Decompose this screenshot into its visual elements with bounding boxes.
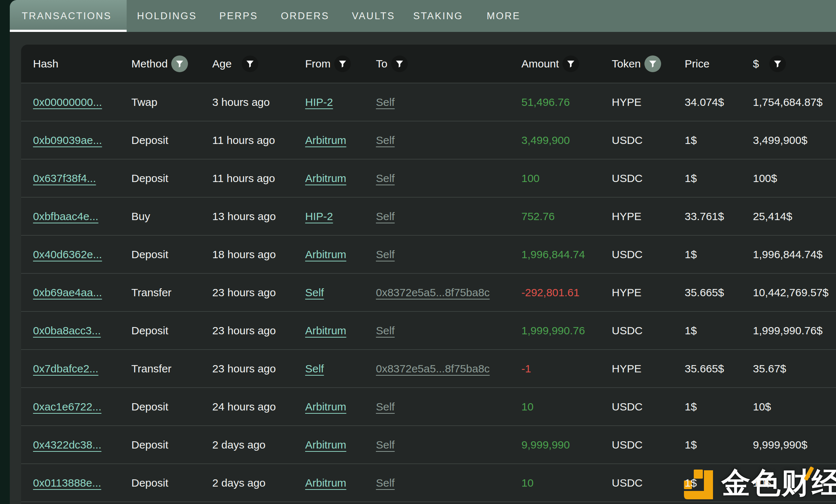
- token-cell: USDC: [612, 401, 685, 413]
- tab-label: STAKING: [413, 11, 463, 22]
- method-cell: Transfer: [131, 363, 212, 375]
- to-link[interactable]: Self: [376, 248, 395, 260]
- table-row: 0xb69ae4aa... Transfer 23 hours ago Self…: [21, 273, 836, 311]
- to-link[interactable]: Self: [376, 210, 395, 222]
- tab-perps[interactable]: PERPS: [197, 0, 258, 32]
- from-link[interactable]: Arbitrum: [305, 401, 346, 413]
- token-cell: USDC: [612, 439, 685, 451]
- price-cell: 1$: [685, 134, 753, 146]
- to-link[interactable]: Self: [376, 172, 395, 184]
- column-header-age: Age: [212, 55, 305, 72]
- tab-label: ORDERS: [281, 11, 329, 22]
- transactions-table: Hash Method Age From To Amount Token Pri…: [21, 45, 836, 504]
- token-cell: USDC: [612, 248, 685, 261]
- table-row: 0x40d6362e... Deposit 18 hours ago Arbit…: [21, 235, 836, 273]
- from-link[interactable]: Arbitrum: [305, 248, 346, 260]
- tab-more[interactable]: MORE: [463, 0, 520, 32]
- age-cell: 18 hours ago: [212, 248, 305, 261]
- hash-link[interactable]: 0x40d6362e...: [33, 248, 102, 260]
- amount-cell: 51,496.76: [521, 96, 612, 108]
- amount-cell: 10: [521, 477, 612, 489]
- method-cell: Deposit: [131, 477, 212, 489]
- column-header-amount: Amount: [521, 55, 612, 72]
- tab-label: VAULTS: [352, 11, 395, 22]
- to-link[interactable]: 0x8372e5a5...8f75ba8c: [376, 363, 490, 375]
- column-header-usd: $: [753, 55, 836, 72]
- column-header-price: Price: [685, 58, 753, 70]
- hash-link[interactable]: 0x00000000...: [33, 96, 102, 108]
- table-header-row: Hash Method Age From To Amount Token Pri…: [21, 45, 836, 83]
- method-cell: Deposit: [131, 248, 212, 261]
- tab-vaults[interactable]: VAULTS: [329, 0, 395, 32]
- token-cell: USDC: [612, 134, 685, 146]
- from-link[interactable]: Arbitrum: [305, 439, 346, 451]
- token-cell: USDC: [612, 325, 685, 337]
- method-cell: Deposit: [131, 439, 212, 451]
- to-link[interactable]: Self: [376, 325, 395, 336]
- amount-cell: 9,999,990: [521, 439, 612, 451]
- filter-icon[interactable]: [391, 55, 408, 72]
- table-row: 0xb09039ae... Deposit 11 hours ago Arbit…: [21, 121, 836, 159]
- filter-icon[interactable]: [334, 55, 351, 72]
- token-cell: USDC: [612, 477, 685, 489]
- usd-value-cell: 1,999,990.76$: [753, 325, 836, 337]
- price-cell: 1$: [685, 477, 753, 489]
- to-link[interactable]: Self: [376, 477, 395, 489]
- usd-value-cell: 3,499,900$: [753, 134, 836, 146]
- amount-cell: -1: [521, 363, 612, 375]
- from-link[interactable]: Self: [305, 363, 324, 375]
- usd-value-cell: 25,414$: [753, 210, 836, 223]
- price-cell: 1$: [685, 248, 753, 261]
- amount-cell: 10: [521, 401, 612, 413]
- amount-cell: 1,999,990.76: [521, 325, 612, 337]
- hash-link[interactable]: 0xac1e6722...: [33, 401, 101, 413]
- table-row-partial: [21, 501, 836, 504]
- to-link[interactable]: Self: [376, 134, 395, 146]
- usd-value-cell: 100$: [753, 172, 836, 185]
- hash-link[interactable]: 0x7dbafce2...: [33, 363, 98, 375]
- hash-link[interactable]: 0xb69ae4aa...: [33, 286, 102, 298]
- to-link[interactable]: Self: [376, 439, 395, 451]
- tab-staking[interactable]: STAKING: [395, 0, 463, 32]
- usd-value-cell: 9,999,990$: [753, 439, 836, 451]
- from-link[interactable]: Arbitrum: [305, 134, 346, 146]
- tab-transactions[interactable]: TRANSACTIONS: [10, 0, 127, 32]
- tab-holdings[interactable]: HOLDINGS: [127, 0, 197, 32]
- price-cell: 1$: [685, 401, 753, 413]
- from-link[interactable]: Self: [305, 286, 324, 298]
- tab-orders[interactable]: ORDERS: [258, 0, 329, 32]
- filter-icon[interactable]: [171, 55, 188, 72]
- amount-cell: 1,996,844.74: [521, 248, 612, 261]
- from-link[interactable]: HIP-2: [305, 210, 333, 222]
- amount-cell: 752.76: [521, 210, 612, 223]
- age-cell: 3 hours ago: [212, 96, 305, 108]
- table-row: 0x637f38f4... Deposit 11 hours ago Arbit…: [21, 159, 836, 197]
- hash-link[interactable]: 0x0ba8acc3...: [33, 325, 101, 336]
- hash-link[interactable]: 0x0113888e...: [33, 477, 101, 489]
- hash-link[interactable]: 0x637f38f4...: [33, 172, 96, 184]
- price-cell: 35.665$: [685, 363, 753, 375]
- method-cell: Deposit: [131, 134, 212, 146]
- filter-icon[interactable]: [769, 55, 786, 72]
- to-link[interactable]: Self: [376, 401, 395, 413]
- filter-icon[interactable]: [562, 55, 579, 72]
- hash-link[interactable]: 0xb09039ae...: [33, 134, 102, 146]
- method-cell: Deposit: [131, 325, 212, 337]
- to-link[interactable]: Self: [376, 96, 395, 108]
- main-content: Hash Method Age From To Amount Token Pri…: [10, 32, 836, 504]
- filter-icon[interactable]: [644, 55, 661, 72]
- filter-icon[interactable]: [242, 55, 258, 72]
- from-link[interactable]: Arbitrum: [305, 172, 346, 184]
- age-cell: 13 hours ago: [212, 210, 305, 223]
- to-link[interactable]: 0x8372e5a5...8f75ba8c: [376, 286, 490, 298]
- method-cell: Deposit: [131, 172, 212, 185]
- hash-link[interactable]: 0x4322dc38...: [33, 439, 101, 451]
- from-link[interactable]: Arbitrum: [305, 325, 346, 336]
- age-cell: 2 days ago: [212, 439, 305, 451]
- age-cell: 11 hours ago: [212, 134, 305, 146]
- table-row: 0x0ba8acc3... Deposit 23 hours ago Arbit…: [21, 311, 836, 349]
- hash-link[interactable]: 0xbfbaac4e...: [33, 210, 98, 222]
- from-link[interactable]: Arbitrum: [305, 477, 346, 489]
- price-cell: 35.665$: [685, 286, 753, 299]
- from-link[interactable]: HIP-2: [305, 96, 333, 108]
